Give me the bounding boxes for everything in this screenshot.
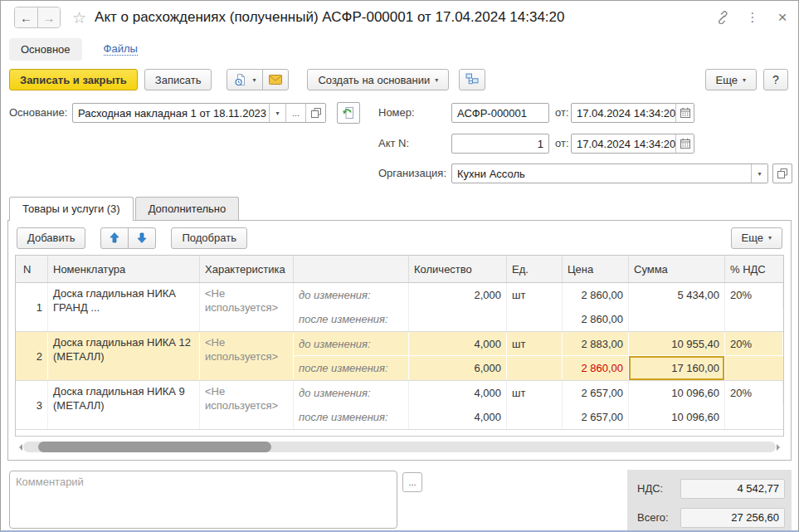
link-icon[interactable]	[715, 10, 730, 25]
cell-before-label: до изменения:	[294, 332, 409, 356]
col-header-unit[interactable]: Ед.	[507, 256, 563, 282]
save-button[interactable]: Записать	[144, 69, 212, 90]
base-document-field[interactable]: Расходная накладная 1 от 18.11.2023 ▾ ..…	[72, 103, 326, 123]
cell-n[interactable]: 2	[16, 332, 48, 380]
open-organization-button[interactable]	[772, 164, 792, 183]
cell-sum-before[interactable]: 10 096,60	[629, 381, 725, 405]
cell-sum-before[interactable]: 10 955,40	[629, 332, 725, 356]
table-row: 3 Доска гладильная НИКА 9 (МЕТАЛЛ) <Не и…	[16, 381, 783, 430]
col-header-characteristic[interactable]: Характеристика	[200, 256, 294, 282]
col-header-nomenclature[interactable]: Номенклатура	[48, 256, 200, 282]
cell-before-label: до изменения:	[294, 381, 409, 405]
chevron-down-icon[interactable]: ▾	[751, 164, 767, 183]
cell-nomenclature[interactable]: Доска гладильная НИКА 12 (МЕТАЛЛ)	[48, 332, 200, 380]
cell-price-after-changed[interactable]: 2 860,00	[563, 356, 629, 380]
scrollbar-track[interactable]	[23, 442, 776, 452]
comment-input[interactable]	[9, 471, 397, 529]
send-email-button[interactable]	[262, 69, 289, 90]
cell-unit-after[interactable]	[507, 356, 563, 380]
cell-sum-before[interactable]: 5 434,00	[629, 283, 725, 307]
col-header-price[interactable]: Цена	[563, 256, 629, 282]
cell-unit-after[interactable]	[507, 307, 563, 331]
cell-unit[interactable]: шт	[507, 283, 563, 307]
cell-vat-after[interactable]	[725, 356, 783, 380]
cell-price-before[interactable]: 2 657,00	[563, 381, 629, 405]
cell-qty-before[interactable]: 4,000	[409, 332, 507, 356]
cell-characteristic[interactable]: <Не используется>	[200, 332, 294, 380]
save-close-button[interactable]: Записать и закрыть	[9, 69, 138, 90]
cell-qty-after[interactable]: 4,000	[409, 405, 507, 429]
cell-sum-after-active[interactable]: 17 160,00	[629, 356, 725, 380]
nav-tab-main[interactable]: Основное	[9, 38, 82, 61]
cell-price-before[interactable]: 2 860,00	[563, 283, 629, 307]
cell-n[interactable]: 1	[16, 283, 48, 331]
cell-vat[interactable]: 20%	[725, 381, 783, 405]
open-icon[interactable]	[305, 104, 325, 122]
comment-expand-button[interactable]: ...	[402, 472, 422, 492]
cell-qty-before[interactable]: 4,000	[409, 381, 507, 405]
cell-price-after[interactable]: 2 860,00	[563, 307, 629, 331]
more-button[interactable]: Еще ▾	[705, 69, 757, 90]
create-based-on-button[interactable]: Создать на основании ▾	[307, 69, 449, 90]
document-state-button[interactable]: ▾	[227, 69, 263, 90]
cell-sum-after[interactable]: 10 096,60	[629, 405, 725, 429]
close-icon[interactable]: ×	[775, 10, 790, 25]
cell-nomenclature[interactable]: Доска гладильная НИКА 9 (МЕТАЛЛ)	[48, 381, 200, 429]
cell-unit-after[interactable]	[507, 405, 563, 429]
cell-unit[interactable]: шт	[507, 332, 563, 356]
more-label: Еще	[716, 74, 738, 86]
number-date-field[interactable]: 17.04.2024 14:34:20	[571, 103, 694, 123]
cell-nomenclature[interactable]: Доска гладильная НИКА ГРАНД ...	[48, 283, 200, 331]
cell-qty-after[interactable]: 6,000	[409, 356, 507, 380]
cell-characteristic[interactable]: <Не используется>	[200, 381, 294, 429]
pick-items-button[interactable]: Подобрать	[171, 227, 246, 249]
document-window: ← → ☆ Акт о расхождениях (полученный) АС…	[0, 0, 799, 532]
col-header-n[interactable]: N	[16, 256, 48, 282]
refill-from-base-button[interactable]	[337, 102, 360, 124]
arrow-down-icon	[137, 232, 147, 243]
col-header-qty[interactable]: Количество	[409, 256, 507, 282]
cell-price-before[interactable]: 2 883,00	[563, 332, 629, 356]
col-header-vat[interactable]: % НДС	[725, 256, 783, 282]
chevron-down-icon[interactable]: ▾	[269, 104, 285, 122]
grand-total-row: Всего: 27 256,60	[637, 507, 785, 528]
calendar-icon[interactable]	[675, 134, 694, 153]
cell-n[interactable]: 3	[16, 381, 48, 429]
organization-field[interactable]: Кухни Ассоль ▾	[451, 164, 768, 183]
forward-button[interactable]: →	[37, 7, 60, 27]
col-header-sum[interactable]: Сумма	[629, 256, 725, 282]
back-button[interactable]: ←	[15, 7, 37, 27]
move-up-button[interactable]	[100, 227, 129, 249]
scroll-left-icon[interactable]	[15, 441, 23, 453]
col-header-change[interactable]	[294, 256, 409, 282]
nav-link-files[interactable]: Файлы	[104, 42, 138, 56]
cell-sum-after[interactable]	[629, 307, 725, 331]
cell-vat-after[interactable]	[725, 405, 783, 429]
related-documents-button[interactable]	[459, 69, 485, 90]
scrollbar-thumb[interactable]	[38, 442, 271, 452]
cell-qty-before[interactable]: 2,000	[409, 283, 507, 307]
move-down-button[interactable]	[128, 227, 156, 249]
number-field[interactable]: АСФР-000001	[451, 103, 549, 123]
add-row-button[interactable]: Добавить	[17, 227, 85, 249]
cell-price-after[interactable]: 2 657,00	[563, 405, 629, 429]
table-more-button[interactable]: Еще ▾	[731, 227, 782, 249]
tab-additional[interactable]: Дополнительно	[135, 197, 240, 220]
cell-vat[interactable]: 20%	[725, 283, 783, 307]
cell-qty-after[interactable]	[409, 307, 507, 331]
scroll-right-icon[interactable]	[776, 441, 784, 453]
choose-button[interactable]: ...	[285, 104, 305, 122]
move-row-group	[100, 227, 156, 249]
tab-goods-services[interactable]: Товары и услуги (3)	[9, 197, 134, 221]
cell-vat-after[interactable]	[725, 307, 783, 331]
cell-characteristic[interactable]: <Не используется>	[200, 283, 294, 331]
help-button[interactable]: ?	[763, 69, 788, 90]
cell-vat[interactable]: 20%	[725, 332, 783, 356]
calendar-icon[interactable]	[675, 104, 694, 122]
act-date-field[interactable]: 17.04.2024 14:34:20	[571, 134, 694, 154]
act-number-field[interactable]: 1	[451, 134, 549, 154]
cell-unit[interactable]: шт	[507, 381, 563, 405]
kebab-menu-icon[interactable]: ⋮	[745, 10, 760, 25]
table-more-label: Еще	[742, 232, 763, 244]
favorite-star-icon[interactable]: ☆	[72, 8, 86, 27]
